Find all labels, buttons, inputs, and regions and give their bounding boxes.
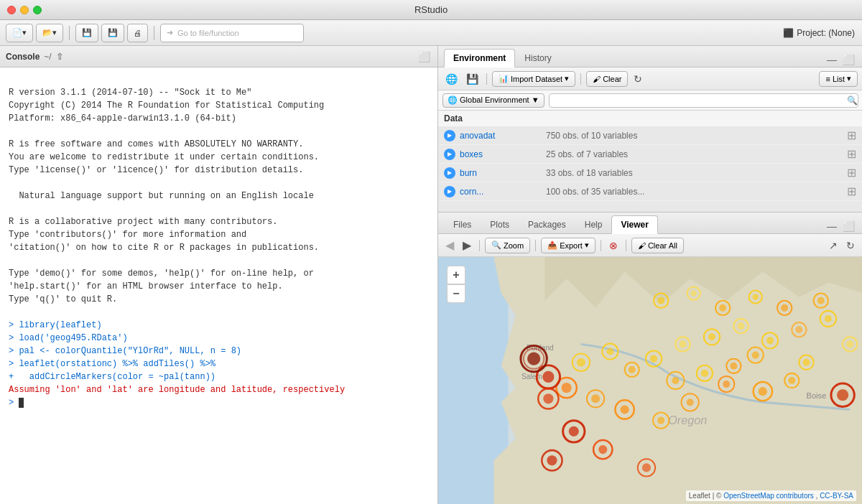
env-save-button[interactable]: 💾 xyxy=(463,72,481,86)
svg-text:Boise: Boise xyxy=(807,391,827,400)
refresh-env-button[interactable]: ↻ xyxy=(631,72,645,86)
tab-help[interactable]: Help xyxy=(575,215,612,233)
tab-plots[interactable]: Plots xyxy=(481,215,519,233)
boxes-grid-icon[interactable]: ⊞ xyxy=(847,147,856,161)
open-file-button[interactable]: 📂▾ xyxy=(36,24,63,42)
new-file-button[interactable]: 📄▾ xyxy=(6,24,33,42)
close-button[interactable] xyxy=(7,6,16,14)
svg-point-58 xyxy=(527,353,540,365)
new-file-icon: 📄▾ xyxy=(12,28,27,37)
clear-env-icon: 🖌 xyxy=(593,75,601,83)
console-label: Console xyxy=(6,52,40,62)
svg-point-46 xyxy=(542,371,554,383)
tab-files[interactable]: Files xyxy=(444,215,481,233)
anovadat-grid-icon[interactable]: ⊞ xyxy=(847,129,856,142)
minimize-button[interactable] xyxy=(20,6,29,14)
svg-point-18 xyxy=(708,333,715,340)
remove-viewer-button[interactable]: ⊗ xyxy=(606,238,621,253)
export-button[interactable]: 📤 Export ▾ xyxy=(541,238,595,253)
env-tab-bar: Environment History — ⬜ xyxy=(438,46,862,67)
svg-point-79 xyxy=(730,363,737,370)
console-cmd-4: > leaflet(orstationc) %>% addTiles() %>% xyxy=(9,358,429,370)
svg-point-12 xyxy=(629,366,636,373)
corn-name: corn... xyxy=(460,187,546,197)
zoom-button[interactable]: 🔍 Zoom xyxy=(485,238,530,253)
env-row-boxes[interactable]: ▶ boxes 25 obs. of 7 variables ⊞ xyxy=(438,145,862,164)
save-all-icon: 💾 xyxy=(108,28,118,37)
console-line-collab: R is a collaborative project with many c… xyxy=(9,215,429,228)
console-cmd-2: > load('geog495.RData') xyxy=(9,332,429,345)
save-button[interactable]: 💾 xyxy=(75,24,98,42)
open-external-button[interactable]: ↗ xyxy=(826,238,840,253)
maximize-env-icon[interactable]: ⬜ xyxy=(841,52,856,67)
svg-point-48 xyxy=(543,393,553,403)
svg-point-10 xyxy=(606,347,613,355)
env-row-anovadat[interactable]: ▶ anovadat 750 obs. of 10 variables ⊞ xyxy=(438,126,862,145)
console-line-blank1 xyxy=(9,73,429,86)
env-panel-controls: — ⬜ xyxy=(825,52,856,67)
refresh-env-icon: ↻ xyxy=(634,73,642,85)
forward-button[interactable]: ▶ xyxy=(460,237,474,253)
zoom-out-button[interactable]: − xyxy=(447,284,465,303)
svg-point-34 xyxy=(621,405,629,414)
goto-field[interactable]: ➜ Go to file/function xyxy=(160,24,304,42)
console-line-platform: Platform: x86_64-apple-darwin13.1.0 (64-… xyxy=(9,112,429,125)
clear-all-button[interactable]: 🖌 Clear All xyxy=(631,238,684,253)
goto-placeholder: Go to file/function xyxy=(177,29,239,37)
maximize-viewer-icon[interactable]: ⬜ xyxy=(841,219,856,233)
console-title: Console ~/ ⇧ xyxy=(6,52,63,62)
svg-point-40 xyxy=(723,381,730,388)
list-button[interactable]: ≡ List ▾ xyxy=(819,71,858,87)
maximize-button[interactable] xyxy=(33,6,42,14)
print-button[interactable]: 🖨 xyxy=(127,24,148,42)
save-all-button[interactable]: 💾 xyxy=(101,24,124,42)
main-content: Console ~/ ⇧ ⬜ R version 3.1.1 (2014-07-… xyxy=(0,46,862,504)
tab-history[interactable]: History xyxy=(515,48,560,67)
right-panel: Environment History — ⬜ 🌐 💾 📊 xyxy=(438,46,862,504)
tab-environment[interactable]: Environment xyxy=(444,49,515,67)
console-line-citation: 'citation()' on how to cite R or R packa… xyxy=(9,241,429,254)
burn-grid-icon[interactable]: ⊞ xyxy=(847,166,856,179)
svg-point-71 xyxy=(781,304,788,312)
svg-point-14 xyxy=(650,355,657,363)
svg-point-30 xyxy=(562,383,572,393)
console-controls: ⬜ xyxy=(417,50,432,64)
global-env-select[interactable]: 🌐 Global Environment ▼ xyxy=(442,93,544,108)
tab-packages[interactable]: Packages xyxy=(519,215,575,233)
console-line-blank4 xyxy=(9,202,429,215)
env-globe-button[interactable]: 🌐 xyxy=(442,72,460,86)
minimize-env-icon[interactable]: — xyxy=(825,52,838,67)
env-search-input[interactable] xyxy=(549,93,858,108)
maximize-console-icon[interactable]: ⬜ xyxy=(417,50,432,64)
zoom-controls: + − xyxy=(447,266,465,303)
console-body[interactable]: R version 3.1.1 (2014-07-10) -- "Sock it… xyxy=(0,67,437,504)
tab-viewer[interactable]: Viewer xyxy=(611,215,657,234)
svg-point-36 xyxy=(657,417,664,424)
prompt-final: > xyxy=(9,398,19,408)
cmd5-text: + addCircleMarkers(color = ~pal(tann)) xyxy=(9,372,216,382)
refresh-viewer-button[interactable]: ↻ xyxy=(843,238,858,253)
back-button[interactable]: ◀ xyxy=(442,237,457,253)
cc-link[interactable]: CC-BY-SA xyxy=(820,492,853,500)
env-body: Data ▶ anovadat 750 obs. of 10 variables… xyxy=(438,111,862,212)
import-dataset-button[interactable]: 📊 Import Dataset ▾ xyxy=(492,71,575,87)
osm-link[interactable]: OpenStreetMap contributors xyxy=(723,492,814,500)
env-row-corn[interactable]: ▶ corn... 100 obs. of 35 variables... ⊞ xyxy=(438,182,862,201)
corn-grid-icon[interactable]: ⊞ xyxy=(847,185,856,198)
svg-point-38 xyxy=(687,398,694,406)
minimize-viewer-icon[interactable]: — xyxy=(825,219,838,233)
svg-point-32 xyxy=(591,394,600,403)
viewer-toolbar: ◀ ▶ 🔍 Zoom 📤 Export ▾ ⊗ xyxy=(438,234,862,257)
cmd2-text: load('geog495.RData') xyxy=(19,333,127,343)
console-line-blank3 xyxy=(9,177,429,190)
map-container[interactable]: Oregon Boise Portland Salem xyxy=(438,257,862,504)
console-line-blank5 xyxy=(9,254,429,267)
console-line-quit: Type 'q()' to quit R. xyxy=(9,293,429,306)
env-row-burn[interactable]: ▶ burn 33 obs. of 18 variables ⊞ xyxy=(438,164,862,182)
zoom-in-button[interactable]: + xyxy=(447,266,465,284)
anovadat-name: anovadat xyxy=(460,131,546,141)
map-svg: Oregon Boise Portland Salem xyxy=(438,257,862,504)
console-panel: Console ~/ ⇧ ⬜ R version 3.1.1 (2014-07-… xyxy=(0,46,438,504)
viewer-sep1 xyxy=(479,240,480,251)
clear-env-button[interactable]: 🖌 Clear xyxy=(586,71,628,87)
